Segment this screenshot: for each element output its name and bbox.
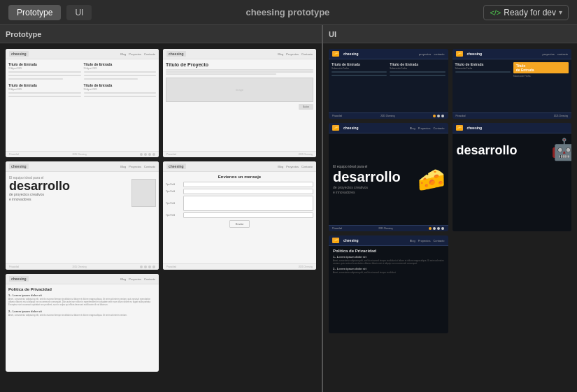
- wf-privacy-title: Politica de Privacidad: [8, 287, 156, 293]
- wf-button[interactable]: Button: [299, 104, 313, 110]
- wf-post-3-date: 31 Agost 2025: [8, 88, 81, 91]
- wf-line: [166, 73, 276, 75]
- wf-footer-icons-3: [140, 266, 155, 268]
- ui-label: UI: [329, 30, 336, 38]
- wf-dev-card: cheesing Blog Proyectos Contacto El equi…: [6, 161, 159, 270]
- tab-ui[interactable]: UI: [66, 5, 92, 20]
- ui-post-3: Título de Entrada Subsección Fecha: [455, 62, 511, 78]
- form-textarea[interactable]: [183, 196, 313, 211]
- form-label-3: Tipo Field: [166, 202, 181, 205]
- wf-card-5-nav: cheesing Blog Proyectos Contacto: [6, 274, 159, 284]
- wf-card-3-footer: Privacidad 2025 Cheesing: [6, 263, 159, 270]
- icon-dot-4: [441, 227, 444, 230]
- wf-blog-grid: Título de Entrada 31 Agost 2025 Título d…: [8, 62, 156, 98]
- ui-cheese-icon-1: 🧀: [332, 51, 339, 57]
- form-input-1[interactable]: [183, 182, 313, 187]
- ui-empty-placeholder: [453, 235, 572, 333]
- wf-nav-cont-5: Contacto: [144, 277, 155, 281]
- wf-card-2-footer: Privacidad 2025 Cheesing: [163, 151, 316, 157]
- wf-line: [84, 71, 157, 73]
- ui-logo-text-5: cheesing: [341, 238, 361, 243]
- ui-footer-2: Privacidad 2025 Cheesing: [453, 112, 572, 119]
- image-placeholder-text: Image: [236, 88, 243, 92]
- icon-dot: [140, 266, 143, 268]
- ui-line: [390, 71, 445, 73]
- ui-line: [455, 71, 511, 73]
- wf-line: [84, 96, 157, 97]
- ui-nav-cont-2: contacto: [557, 52, 568, 56]
- wf-footer-privacy-3: Privacidad: [9, 266, 19, 268]
- ui-footer-privacy-1: Privacidad: [332, 115, 342, 117]
- ui-nav-links-2: proyectos contacto: [543, 52, 568, 56]
- ready-badge-label: Ready for dev: [504, 8, 556, 17]
- wf-line: [8, 71, 81, 73]
- wf-logo-2: cheesing: [166, 51, 186, 57]
- ui-line: [390, 75, 445, 76]
- ready-for-dev-badge[interactable]: </> Ready for dev ▾: [483, 5, 569, 20]
- wf-nav-cont-4: Contacto: [301, 165, 313, 168]
- wf-nav-4: Blog Proyectos Contacto: [278, 165, 313, 168]
- ui-post-1: Título de Entrada Subsección Fecha: [332, 62, 387, 77]
- form-input-3[interactable]: [183, 212, 313, 218]
- send-button[interactable]: Enviar: [229, 220, 250, 228]
- wf-nav-cont-2: Contacto: [301, 52, 313, 56]
- wf-line: [84, 78, 138, 80]
- top-bar-right: </> Ready for dev ▾: [483, 5, 569, 20]
- wf-logo-4: cheesing: [166, 164, 186, 169]
- ui-privacy-card: 🧀 cheesing Blog Proyectos Contacto Polit…: [329, 235, 448, 333]
- ui-blog-grid-2: Título de Entrada Subsección Fecha Títul…: [455, 62, 569, 78]
- prototype-panel-header: Prototype: [0, 25, 322, 43]
- wf-privacy-card: cheesing Blog Proyectos Contacto Politic…: [6, 274, 159, 372]
- wf-footer-privacy-2: Privacidad: [166, 153, 176, 156]
- wf-footer-icons: [140, 153, 155, 156]
- icon-dot: [144, 153, 147, 156]
- ui-footer-icons-1: [433, 115, 444, 117]
- ui-partial-card: 🧀 cheesing desarrollo 🤖: [453, 123, 572, 231]
- form-row-2: Tipo Field: [166, 189, 313, 194]
- ui-nav-proy-2: proyectos: [543, 52, 555, 56]
- ui-cheese-icon-5: 🧀: [332, 238, 339, 243]
- ui-line: [332, 71, 387, 73]
- tab-prototype[interactable]: Prototype: [8, 5, 61, 20]
- ui-cards-grid: 🧀 cheesing proyectos contacto Título de …: [329, 49, 571, 333]
- page-title: cheesing prototype: [245, 7, 329, 17]
- wf-line: [166, 69, 313, 71]
- ui-footer-year-2: 2025 Cheesing: [554, 115, 568, 117]
- ui-nav-cont-3: Contacto: [433, 126, 444, 130]
- ui-privacy-nav: 🧀 cheesing Blog Proyectos Contacto: [329, 235, 448, 246]
- wf-line: [84, 75, 157, 76]
- wf-dev-image: [131, 179, 156, 207]
- wf-post-2-title: Título de Entrada: [84, 62, 157, 66]
- top-bar: Prototype UI cheesing prototype </> Read…: [0, 0, 577, 25]
- ui-blog-grid-1: Título de Entrada Subsección Fecha Títul…: [332, 62, 446, 77]
- wf-nav-proy-3: Proyectos: [129, 165, 141, 168]
- chevron-down-icon: ▾: [559, 8, 562, 16]
- prototype-label: Prototype: [6, 30, 41, 38]
- ui-post-2: Título de Entrada Subsección Fecha: [390, 62, 445, 77]
- ui-logo-text-3: cheesing: [341, 125, 361, 131]
- ui-footer-year-1: 2025 Cheesing: [380, 115, 394, 117]
- wf-nav-cont: Contacto: [144, 52, 155, 56]
- main-panels: Prototype cheesing Blog Proyectos Contac…: [0, 25, 577, 392]
- wf-footer-year: 2025 Cheesing: [72, 153, 86, 156]
- wf-footer-privacy: Privacidad: [9, 153, 19, 156]
- ui-dev-footer-icons: [429, 227, 444, 230]
- prototype-panel: Prototype cheesing Blog Proyectos Contac…: [0, 25, 323, 392]
- ui-panel-header: UI: [323, 25, 577, 43]
- ui-dev-footer-year: 2025 Cheesing: [378, 227, 392, 230]
- ui-post-2-title: Título de Entrada: [390, 62, 445, 66]
- prototype-cards-grid: cheesing Blog Proyectos Contacto Título …: [6, 49, 316, 372]
- form-input-2[interactable]: [183, 189, 313, 194]
- ui-blog-home-card-1: 🧀 cheesing proyectos contacto Título de …: [329, 49, 448, 119]
- icon-dot-2: [433, 227, 436, 230]
- wf-empty-placeholder: [163, 274, 316, 372]
- ui-post-1-title: Título de Entrada: [332, 62, 387, 66]
- wf-nav-blog: Blog: [120, 52, 126, 56]
- wf-nav-blog-4: Blog: [278, 165, 283, 168]
- ui-dev-footer: Privacidad 2025 Cheesing: [329, 225, 448, 231]
- icon-dot: [144, 266, 147, 268]
- icon-dot: [437, 115, 440, 117]
- wf-logo-3: cheesing: [9, 164, 29, 169]
- wf-card-3-nav: cheesing Blog Proyectos Contacto: [6, 161, 159, 172]
- wf-line: [8, 78, 63, 80]
